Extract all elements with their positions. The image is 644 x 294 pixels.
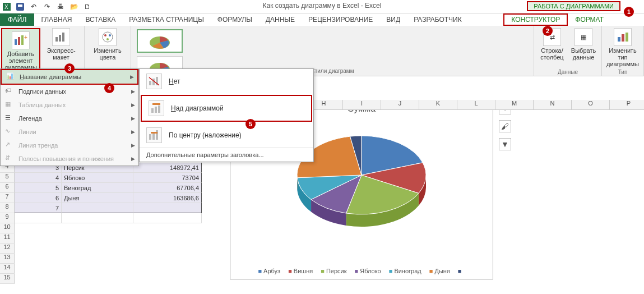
menu-lines: ∿ Линии▶ <box>1 125 138 139</box>
svg-rect-3 <box>18 4 22 7</box>
chart-legend[interactable]: АрбузВишняПерсикЯблокоВиноградДыня <box>230 268 493 274</box>
ribbon-tabs: ФАЙЛ ГЛАВНАЯ ВСТАВКА РАЗМЕТКА СТРАНИЦЫ Ф… <box>0 13 644 26</box>
lines-icon: ∿ <box>5 127 14 136</box>
redo-icon[interactable]: ↷ <box>43 2 52 11</box>
add-element-label: Добавить элемент диаграммы <box>4 50 37 71</box>
legend-item-0[interactable]: Арбуз <box>258 268 280 274</box>
new-icon[interactable]: 🗋 <box>83 2 92 11</box>
worksheet-cells[interactable]: 3Персик148972,414Яблоко737045Виноград677… <box>15 163 202 223</box>
svg-rect-33 <box>158 105 160 113</box>
menu-legend[interactable]: ☰ Легенда▶ <box>1 112 138 125</box>
tab-page-layout[interactable]: РАЗМЕТКА СТРАНИЦЫ <box>122 13 211 26</box>
express-layout-button[interactable]: Экспресс-макет <box>41 28 81 74</box>
svg-rect-36 <box>156 130 158 140</box>
svg-point-14 <box>106 38 109 40</box>
tab-data[interactable]: ДАННЫЕ <box>259 13 302 26</box>
callout-4: 4 <box>104 83 114 93</box>
tab-developer[interactable]: РАЗРАБОТЧИК <box>407 13 469 26</box>
change-colors-icon <box>99 28 117 46</box>
chart-tools-contextual-tab[interactable]: РАБОТА С ДИАГРАММАМИ <box>527 1 620 11</box>
svg-rect-4 <box>15 39 17 45</box>
add-element-icon: + <box>12 31 30 49</box>
menu-trendline: ↗ Линия тренда▶ <box>1 139 138 152</box>
tab-formulas[interactable]: ФОРМУЛЫ <box>211 13 259 26</box>
title-above-chart[interactable]: Над диаграммой <box>141 95 312 122</box>
callout-3: 3 <box>64 63 75 74</box>
svg-rect-32 <box>155 107 157 113</box>
print-icon[interactable]: 🖶 <box>56 2 65 11</box>
express-layout-label: Экспресс-макет <box>41 47 81 61</box>
title-none[interactable]: Нет <box>140 69 313 94</box>
row-headers: 456789101112131415 <box>0 163 15 284</box>
open-icon[interactable]: 📂 <box>70 2 78 11</box>
undo-icon[interactable]: ↶ <box>29 2 38 11</box>
legend-item-1[interactable]: Вишня <box>288 268 313 274</box>
svg-text:X: X <box>4 4 8 10</box>
change-type-icon <box>614 28 632 46</box>
svg-rect-24 <box>622 34 624 42</box>
select-data-button[interactable]: ▦ Выбрать данные <box>569 28 598 61</box>
svg-text:+: + <box>24 35 27 40</box>
tab-format[interactable]: ФОРМАТ <box>568 13 610 26</box>
chart-styles-button[interactable]: 🖌 <box>499 120 511 132</box>
callout-1: 1 <box>624 7 634 17</box>
callout-2: 2 <box>543 26 553 36</box>
svg-rect-6 <box>21 35 24 45</box>
svg-rect-30 <box>152 103 160 105</box>
svg-rect-10 <box>62 33 64 42</box>
svg-rect-9 <box>59 35 61 42</box>
svg-rect-34 <box>149 134 151 140</box>
select-data-icon: ▦ <box>574 28 592 46</box>
tab-file[interactable]: ФАЙЛ <box>0 13 34 26</box>
express-layout-icon <box>52 28 70 46</box>
change-colors-button[interactable]: Изменить цвета <box>88 28 127 61</box>
legend-item-5[interactable]: Дыня <box>429 268 450 274</box>
title-more-options[interactable]: Дополнительные параметры заголовка... <box>140 148 313 162</box>
above-icon <box>149 100 164 116</box>
legend-item-3[interactable]: Яблоко <box>355 268 381 274</box>
svg-point-13 <box>109 34 111 36</box>
svg-rect-23 <box>618 37 620 42</box>
svg-rect-37 <box>151 132 157 134</box>
centered-icon <box>146 127 162 143</box>
column-headers: HIJKLMNOP <box>305 100 644 110</box>
none-icon <box>146 74 162 89</box>
save-icon[interactable] <box>16 2 25 11</box>
data-table-icon: ▦ <box>5 100 14 109</box>
tab-home[interactable]: ГЛАВНАЯ <box>34 13 78 26</box>
chart-title-submenu: Нет Над диаграммой По центру (наложение)… <box>139 68 314 162</box>
updown-icon: ⇵ <box>5 154 14 163</box>
tab-review[interactable]: РЕЦЕНЗИРОВАНИЕ <box>302 13 379 26</box>
svg-rect-5 <box>18 37 20 45</box>
change-colors-label: Изменить цвета <box>88 47 127 61</box>
tab-view[interactable]: ВИД <box>379 13 407 26</box>
legend-item-4[interactable]: Виноград <box>389 268 421 274</box>
tab-insert[interactable]: ВСТАВКА <box>78 13 122 26</box>
chart-filters-button[interactable]: ▼ <box>499 138 511 150</box>
svg-point-12 <box>104 34 106 36</box>
legend-item-2[interactable]: Персик <box>321 268 346 274</box>
svg-rect-31 <box>151 108 154 113</box>
svg-rect-26 <box>149 81 151 85</box>
data-labels-icon: 🏷 <box>5 87 14 96</box>
svg-point-11 <box>103 32 113 42</box>
legend-icon: ☰ <box>5 114 14 123</box>
svg-rect-8 <box>55 37 58 42</box>
excel-icon: X <box>2 2 11 11</box>
trendline-icon: ↗ <box>5 141 14 150</box>
change-chart-type-button[interactable]: Изменить тип диаграммы <box>605 28 640 67</box>
menu-data-table: ▦ Таблица данных▶ <box>1 98 138 112</box>
callout-5: 5 <box>245 119 256 129</box>
chart-style-1[interactable] <box>137 29 183 53</box>
svg-rect-25 <box>626 33 628 42</box>
menu-up-down-bars: ⇵ Полосы повышения и понижения▶ <box>1 152 138 166</box>
tab-design[interactable]: КОНСТРУКТОР <box>503 13 568 26</box>
add-element-menu: 📊 Название диаграммы ▶ 🏷 Подписи данных▶… <box>0 68 139 166</box>
title-centered-overlay[interactable]: По центру (наложение) <box>140 123 313 148</box>
add-chart-element-button[interactable]: + Добавить элемент диаграммы <box>1 28 40 74</box>
menu-data-labels[interactable]: 🏷 Подписи данных▶ <box>1 85 138 98</box>
chart-title-icon: 📊 <box>6 72 15 81</box>
